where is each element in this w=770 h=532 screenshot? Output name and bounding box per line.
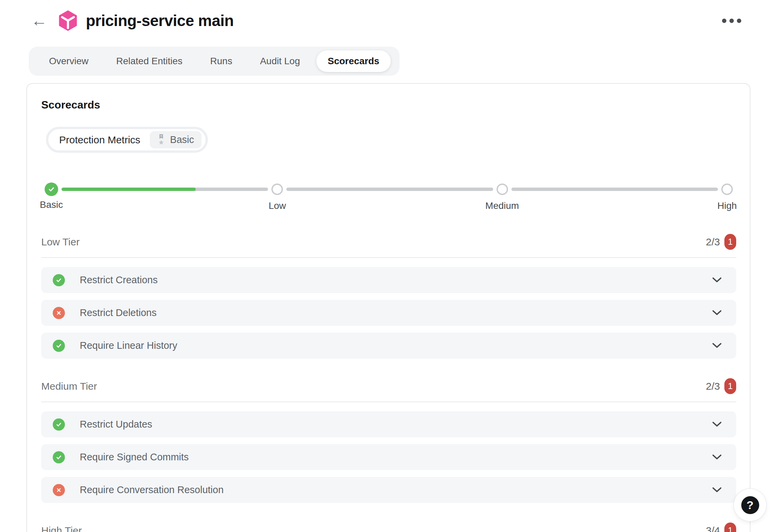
tier-name: High Tier (41, 525, 82, 532)
tab-scorecards[interactable]: Scorecards (316, 50, 391, 72)
chevron-down-icon[interactable] (709, 274, 725, 286)
tier-score: 2/3 (706, 381, 720, 392)
scorecards-panel: Scorecards Protection Metrics Basic Basi… (26, 83, 750, 532)
chevron-down-icon[interactable] (709, 452, 725, 463)
check-circle-icon (53, 274, 65, 286)
scorecard-selector[interactable]: Protection Metrics Basic (46, 127, 208, 153)
rule-label: Restrict Deletions (80, 307, 157, 318)
scorecard-name: Protection Metrics (59, 134, 140, 146)
tier-rules-medium: Restrict Updates Require Signed Commits … (41, 411, 736, 503)
tier-score: 3/4 (706, 525, 720, 532)
chevron-down-icon[interactable] (709, 419, 725, 430)
tab-related-entities[interactable]: Related Entities (105, 50, 194, 72)
x-circle-icon (53, 484, 65, 496)
page-title: pricing-service main (86, 11, 234, 30)
question-mark-icon: ? (741, 496, 759, 514)
page-header: ← pricing-service main (0, 0, 770, 32)
rule-row[interactable]: Restrict Updates (41, 411, 736, 437)
check-circle-icon (53, 340, 65, 352)
chevron-down-icon[interactable] (709, 484, 725, 495)
panel-heading: Scorecards (41, 99, 736, 111)
check-circle-icon (53, 451, 65, 463)
failed-count-badge: 1 (724, 234, 736, 250)
help-button[interactable]: ? (734, 489, 766, 521)
step-label: High (717, 200, 737, 211)
tier-header-low: Low Tier 2/3 1 (41, 234, 736, 258)
more-options-icon[interactable] (719, 15, 745, 26)
step-basic: Basic (45, 183, 58, 196)
step-label: Low (269, 200, 286, 211)
failed-count-badge: 1 (724, 378, 736, 394)
level-badge: Basic (150, 131, 201, 148)
step-node-pending-icon (721, 184, 733, 195)
tier-header-medium: Medium Tier 2/3 1 (41, 378, 736, 402)
rule-label: Require Linear History (80, 340, 177, 351)
stepper-bar (511, 188, 718, 191)
step-label: Basic (40, 199, 63, 210)
rule-label: Restrict Creations (80, 274, 158, 286)
tier-name: Medium Tier (41, 381, 97, 392)
tab-audit-log[interactable]: Audit Log (248, 50, 311, 72)
failed-count-badge: 1 (724, 523, 736, 532)
tier-rules-low: Restrict Creations Restrict Deletions Re… (41, 267, 736, 359)
step-node-pending-icon (271, 184, 283, 195)
check-circle-icon (53, 418, 65, 431)
stepper-bar (286, 188, 493, 191)
chevron-down-icon[interactable] (709, 307, 725, 318)
rule-label: Require Conversation Resolution (80, 484, 224, 495)
tier-name: Low Tier (41, 236, 79, 248)
rule-row[interactable]: Require Signed Commits (41, 444, 736, 470)
tab-overview[interactable]: Overview (38, 50, 100, 72)
rule-row[interactable]: Require Linear History (41, 333, 736, 359)
tab-bar: Overview Related Entities Runs Audit Log… (29, 47, 400, 76)
chevron-down-icon[interactable] (709, 340, 725, 351)
medal-icon (157, 134, 165, 145)
stepper-bar (62, 188, 268, 191)
rule-row[interactable]: Require Conversation Resolution (41, 477, 736, 503)
rule-row[interactable]: Restrict Deletions (41, 300, 736, 326)
tab-runs[interactable]: Runs (199, 50, 244, 72)
step-medium: Medium (497, 184, 508, 195)
tier-score: 2/3 (706, 236, 720, 248)
step-low: Low (271, 184, 283, 195)
x-circle-icon (53, 307, 65, 319)
step-node-complete-icon (45, 183, 58, 196)
rule-label: Require Signed Commits (80, 452, 189, 463)
rule-row[interactable]: Restrict Creations (41, 267, 736, 293)
service-cube-icon (57, 9, 78, 32)
tier-header-high: High Tier 3/4 1 (41, 523, 736, 532)
step-label: Medium (485, 200, 519, 211)
step-node-pending-icon (497, 184, 508, 195)
level-stepper: Basic Low Medium High (45, 183, 733, 218)
back-arrow-icon[interactable]: ← (31, 13, 47, 29)
level-label: Basic (170, 134, 194, 145)
rule-label: Restrict Updates (80, 419, 152, 430)
step-high: High (721, 184, 733, 195)
